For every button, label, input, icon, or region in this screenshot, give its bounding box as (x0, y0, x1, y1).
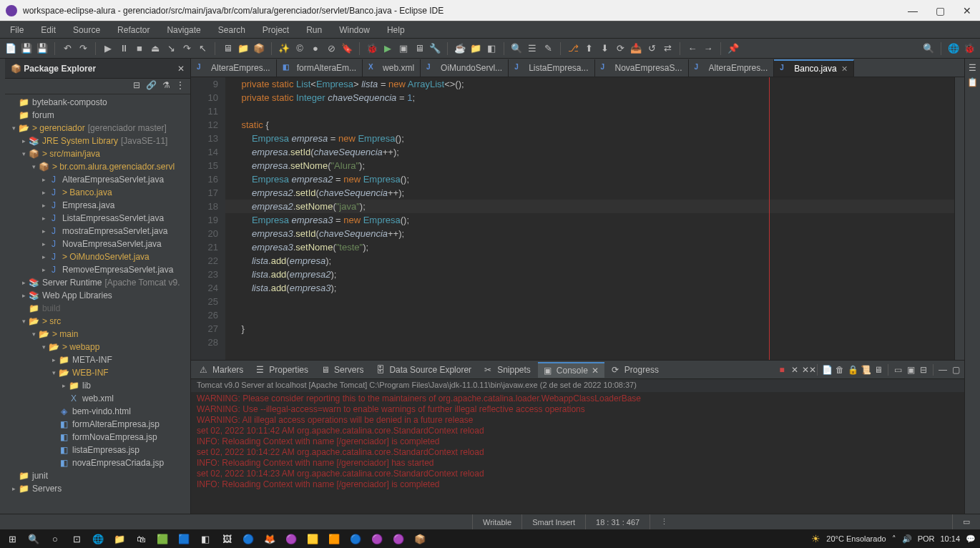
console-toolbar-icon[interactable]: 📄 (821, 365, 833, 375)
console-toolbar-icon[interactable]: — (937, 365, 949, 375)
bottom-tab-servers[interactable]: 🖥Servers (315, 363, 369, 377)
tree-item[interactable]: ▸📚Server Runtime[Apache Tomcat v9. (5, 276, 190, 289)
code-line[interactable]: static { (225, 118, 954, 132)
console-toolbar-icon[interactable]: ⊟ (918, 365, 929, 375)
task-view-icon[interactable]: ⊡ (69, 531, 84, 547)
clock[interactable]: 10:14 (940, 534, 960, 543)
menu-refactor[interactable]: Refactor (110, 24, 157, 36)
git-icon[interactable]: ⎇ (567, 42, 579, 55)
menu-navigate[interactable]: Navigate (160, 24, 207, 36)
bottom-tab-markers[interactable]: ⚠Markers (194, 363, 249, 377)
pin-icon[interactable]: 📌 (727, 42, 740, 55)
new-project-icon[interactable]: 📁 (469, 42, 482, 55)
console-toolbar-icon[interactable]: ▣ (905, 365, 916, 375)
firefox-icon[interactable]: 🦊 (262, 531, 278, 547)
twisty-icon[interactable]: ▾ (9, 124, 18, 132)
code-line[interactable] (225, 295, 954, 308)
tab-close-icon[interactable]: ✕ (841, 64, 848, 74)
bottom-tab-data-source-explorer[interactable]: 🗄Data Source Explorer (371, 363, 477, 377)
bottom-tab-progress[interactable]: ⟳Progress (606, 363, 665, 377)
editor-tab[interactable]: JOiMundoServl... (421, 59, 509, 77)
debug-stop-icon[interactable]: ■ (133, 42, 146, 55)
back-icon[interactable]: ← (686, 42, 699, 55)
step-return-icon[interactable]: ↖ (196, 42, 209, 55)
twisty-icon[interactable]: ▸ (49, 356, 58, 363)
new-java-project-icon[interactable]: ☕ (454, 42, 466, 55)
lang-indicator[interactable]: POR (918, 534, 935, 543)
editor-tab[interactable]: JNovaEmpresaS... (595, 59, 689, 77)
tab-close-icon[interactable]: ✕ (592, 366, 599, 376)
coverage-icon[interactable]: ▣ (397, 42, 410, 55)
twisty-icon[interactable]: ▾ (29, 163, 38, 170)
code-line[interactable]: lista.add(empresa); (225, 254, 954, 268)
tree-item[interactable]: ◈bem-vindo.html (5, 405, 190, 418)
run-on-server-icon[interactable]: 🖥 (413, 42, 426, 55)
console-toolbar-icon[interactable]: ▢ (950, 365, 961, 375)
tree-item[interactable]: ▸JListaEmpresasServlet.java (5, 212, 190, 225)
console-toolbar-icon[interactable]: 🔒 (847, 365, 858, 375)
code-editor[interactable]: 910111213141516171819202122232425262728 … (191, 77, 964, 360)
twisty-icon[interactable]: ▸ (19, 137, 28, 145)
new-package-icon[interactable]: 📦 (253, 42, 265, 55)
collapse-all-icon[interactable]: ⊟ (133, 80, 140, 92)
view-menu-icon[interactable]: ⋮ (176, 80, 185, 92)
tree-item[interactable]: ◧novaEmpresaCriada.jsp (5, 456, 190, 469)
console-toolbar-icon[interactable]: ✕✕ (802, 365, 813, 375)
code-line[interactable]: empresa2.setNome("java"); (225, 200, 954, 213)
twisty-icon[interactable]: ▾ (19, 150, 28, 157)
forward-icon[interactable]: → (702, 42, 715, 55)
word-icon[interactable]: 🔵 (348, 531, 363, 547)
code-line[interactable]: lista.add(empresa2); (225, 268, 954, 281)
explorer-icon[interactable]: 📁 (112, 531, 127, 547)
tree-item[interactable]: ▸📚Web App Libraries (5, 289, 190, 302)
tree-item[interactable]: 📁build (5, 302, 190, 315)
console-toolbar-icon[interactable]: ■ (776, 365, 788, 375)
trim-icon[interactable]: ▭ (952, 514, 980, 529)
menu-search[interactable]: Search (211, 24, 253, 36)
tree-item[interactable]: 📁forum (5, 109, 190, 122)
status-menu-icon[interactable]: ⋮ (650, 514, 678, 529)
tree-item[interactable]: ▸📚JRE System Library[JavaSE-11] (5, 134, 190, 147)
twisty-icon[interactable]: ▸ (39, 253, 48, 260)
code-line[interactable] (225, 308, 954, 322)
outline-trim-icon[interactable]: ☰ (969, 63, 976, 73)
eclipse-taskbar-icon[interactable]: 🟣 (391, 531, 406, 547)
twisty-icon[interactable]: ▸ (39, 240, 48, 248)
code-line[interactable]: empresa3.setId(chaveSequencia++); (225, 227, 954, 240)
debug-pause-icon[interactable]: ⏸ (117, 42, 130, 55)
perspective-debug-icon[interactable]: 🐞 (963, 42, 976, 55)
git-reset-icon[interactable]: ↺ (645, 42, 658, 55)
edge-icon[interactable]: 🌐 (90, 531, 106, 547)
code-line[interactable] (225, 104, 954, 118)
editor-tab[interactable]: JAlteraEmpres... (689, 59, 775, 77)
tree-item[interactable]: ▸JmostraEmpresaServlet.java (5, 225, 190, 238)
editor-tab[interactable]: Xweb.xml (363, 59, 421, 77)
save-icon[interactable]: 💾 (20, 42, 33, 55)
code-line[interactable]: Empresa empresa2 = new Empresa(); (225, 172, 954, 186)
filter-icon[interactable]: ⚗ (162, 80, 170, 92)
code-line[interactable]: Empresa empresa3 = new Empresa(); (225, 213, 954, 227)
save-all-icon[interactable]: 💾 (36, 42, 49, 55)
toggle-mark-icon[interactable]: ✎ (542, 42, 554, 55)
store-icon[interactable]: 🛍 (133, 531, 149, 547)
view-close-icon[interactable]: ✕ (177, 64, 185, 74)
app2-icon[interactable]: 🟦 (176, 531, 192, 547)
tree-item[interactable]: ▸JRemoveEmpresaServlet.java (5, 263, 190, 276)
app6-icon[interactable]: 🟣 (283, 531, 299, 547)
twisty-icon[interactable]: ▸ (39, 266, 48, 273)
code-line[interactable]: empresa2.setId(chaveSequencia++); (225, 186, 954, 200)
code-line[interactable]: } (225, 322, 954, 336)
tree-item[interactable]: ▸📁lib (5, 379, 190, 392)
twisty-icon[interactable]: ▸ (39, 227, 48, 235)
debug-disconnect-icon[interactable]: ⏏ (149, 42, 162, 55)
weather-icon[interactable]: ☀ (811, 533, 820, 544)
editor-tab[interactable]: JListaEmpresa... (509, 59, 594, 77)
new-server-icon[interactable]: 🖥 (221, 42, 234, 55)
bottom-tab-properties[interactable]: ☰Properties (250, 363, 314, 377)
app9-icon[interactable]: 📦 (412, 531, 428, 547)
run-icon[interactable]: ▶ (381, 42, 394, 55)
perspective-javaee-icon[interactable]: 🌐 (947, 42, 960, 55)
step-into-icon[interactable]: ↘ (165, 42, 177, 55)
search-taskbar-icon[interactable]: 🔍 (26, 531, 41, 547)
console-output[interactable]: WARNING: Please consider reporting this … (191, 392, 964, 514)
